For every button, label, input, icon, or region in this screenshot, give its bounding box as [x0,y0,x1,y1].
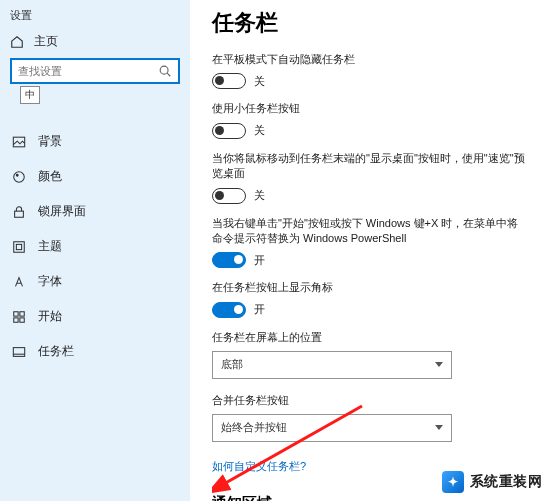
dropdown-location[interactable]: 底部 [212,351,452,379]
sidebar-item-fonts[interactable]: 字体 [0,264,190,299]
app-title: 设置 [0,6,190,27]
setting-powershell: 当我右键单击"开始"按钮或按下 Windows 键+X 时，在菜单中将命令提示符… [212,216,528,269]
sidebar-item-label: 背景 [38,133,62,150]
sidebar-item-label: 字体 [38,273,62,290]
setting-label: 在平板模式下自动隐藏任务栏 [212,52,528,67]
sidebar-item-lockscreen[interactable]: 锁屏界面 [0,194,190,229]
dropdown-value: 底部 [221,357,243,372]
setting-peek-desktop: 当你将鼠标移动到任务栏末端的"显示桌面"按钮时，使用"速览"预览桌面 关 [212,151,528,204]
font-icon [12,275,26,289]
search-box[interactable] [10,58,180,84]
sidebar-item-label: 任务栏 [38,343,74,360]
sidebar-item-taskbar[interactable]: 任务栏 [0,334,190,369]
settings-sidebar: 设置 主页 中 背景 颜色 锁屏界面 主题 [0,0,190,501]
search-input[interactable] [18,65,158,77]
lock-icon [12,205,26,219]
start-icon [12,310,26,324]
toggle-tablet-autohide[interactable] [212,73,246,89]
toggle-powershell[interactable] [212,252,246,268]
svg-rect-6 [14,241,25,252]
sidebar-item-themes[interactable]: 主题 [0,229,190,264]
link-customize-taskbar[interactable]: 如何自定义任务栏? [212,459,306,474]
toggle-small-buttons[interactable] [212,123,246,139]
dropdown-combine[interactable]: 始终合并按钮 [212,414,452,442]
setting-small-buttons: 使用小任务栏按钮 关 [212,101,528,138]
dropdown-label-location: 任务栏在屏幕上的位置 [212,330,528,345]
palette-icon [12,170,26,184]
setting-badges: 在任务栏按钮上显示角标 开 [212,280,528,317]
svg-point-0 [160,66,168,74]
svg-rect-7 [16,244,21,249]
toggle-badges[interactable] [212,302,246,318]
taskbar-icon [12,345,26,359]
toggle-state-text: 开 [254,253,265,268]
sidebar-item-start[interactable]: 开始 [0,299,190,334]
sidebar-item-label: 开始 [38,308,62,325]
page-title: 任务栏 [212,8,528,38]
sidebar-item-label: 主题 [38,238,62,255]
sidebar-item-label: 颜色 [38,168,62,185]
svg-point-3 [14,171,25,182]
dropdown-value: 始终合并按钮 [221,420,287,435]
chevron-down-icon [435,362,443,367]
sidebar-item-background[interactable]: 背景 [0,124,190,159]
setting-tablet-autohide: 在平板模式下自动隐藏任务栏 关 [212,52,528,89]
setting-label: 当我右键单击"开始"按钮或按下 Windows 键+X 时，在菜单中将命令提示符… [212,216,528,247]
setting-label: 当你将鼠标移动到任务栏末端的"显示桌面"按钮时，使用"速览"预览桌面 [212,151,528,182]
main-pane: 任务栏 在平板模式下自动隐藏任务栏 关 使用小任务栏按钮 关 当你将鼠标移动到任… [190,0,552,501]
toggle-state-text: 关 [254,74,265,89]
watermark: ✦ 系统重装网 [438,469,547,495]
svg-rect-10 [14,317,18,321]
sidebar-item-label: 锁屏界面 [38,203,86,220]
svg-point-4 [16,174,18,176]
sidebar-item-colors[interactable]: 颜色 [0,159,190,194]
toggle-peek-desktop[interactable] [212,188,246,204]
watermark-logo-icon: ✦ [442,471,464,493]
toggle-state-text: 关 [254,123,265,138]
image-icon [12,135,26,149]
svg-rect-11 [20,317,24,321]
dropdown-label-combine: 合并任务栏按钮 [212,393,528,408]
ime-badge: 中 [20,86,40,104]
search-icon [158,64,172,78]
watermark-text: 系统重装网 [470,473,543,491]
home-icon [10,35,24,49]
svg-rect-5 [15,211,24,217]
svg-rect-9 [20,311,24,315]
nav-home-label: 主页 [34,33,58,50]
nav-home[interactable]: 主页 [0,27,190,58]
toggle-state-text: 开 [254,302,265,317]
chevron-down-icon [435,425,443,430]
theme-icon [12,240,26,254]
nav-list: 背景 颜色 锁屏界面 主题 字体 开始 任务栏 [0,124,190,369]
svg-line-1 [167,73,170,76]
svg-rect-12 [13,347,24,356]
setting-label: 使用小任务栏按钮 [212,101,528,116]
toggle-state-text: 关 [254,188,265,203]
svg-rect-8 [14,311,18,315]
setting-label: 在任务栏按钮上显示角标 [212,280,528,295]
